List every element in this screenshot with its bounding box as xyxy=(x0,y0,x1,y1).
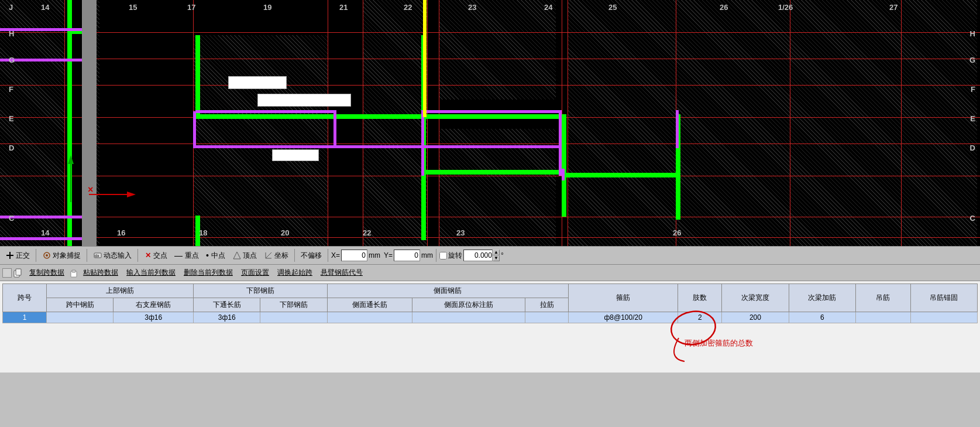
paste-icon xyxy=(69,268,78,278)
x-input[interactable] xyxy=(341,250,367,261)
ortho-label: 正交 xyxy=(16,251,30,261)
rotate-up-btn[interactable]: ▲ xyxy=(493,250,500,255)
axis-bot-22: 22 xyxy=(363,228,371,237)
th-beam-extra: 次梁加筋 xyxy=(789,284,855,312)
cell-side-local[interactable] xyxy=(412,312,525,323)
cell-hanger-anchor[interactable] xyxy=(910,312,977,323)
menu-left-icons xyxy=(2,268,22,278)
menu-icon-copy xyxy=(13,268,22,278)
th-side-local: 侧面原位标注筋 xyxy=(412,298,525,312)
snap-icon xyxy=(42,251,51,260)
y-unit: mm xyxy=(421,251,433,259)
axis-bot-20: 20 xyxy=(281,228,289,237)
cell-tie-bar[interactable] xyxy=(525,312,569,323)
th-span-no: 跨号 xyxy=(3,284,47,312)
menu-rebar[interactable]: 悬臂钢筋代号 xyxy=(317,267,366,279)
data-section: 跨号 上部钢筋 下部钢筋 侧面钢筋 箍筋 肢数 次梁宽度 次梁加筋 吊筋 吊筋锚… xyxy=(0,281,980,373)
menu-swap[interactable]: 调换起始跨 xyxy=(274,267,316,279)
axis-label-e: E xyxy=(9,114,14,123)
axis-label-f: F xyxy=(9,85,13,94)
toolbar: 正交 对象捕捉 dx 动态输入 ✕ 交点 — 重点 • 中点 顶点 xyxy=(0,246,980,265)
cell-beam-width[interactable]: 200 xyxy=(722,312,789,323)
menu-copy[interactable]: 复制跨数据 xyxy=(26,267,68,279)
rotate-down-btn[interactable]: ▼ xyxy=(493,255,500,261)
axis-num-14: 14 xyxy=(41,3,49,12)
cell-legs[interactable]: 2 xyxy=(678,312,722,323)
axis-label-g: G xyxy=(9,56,15,64)
rotate-input-group: ▲ ▼ xyxy=(463,250,500,261)
svg-text:dx: dx xyxy=(95,254,99,258)
sep2 xyxy=(87,249,87,262)
svg-marker-3 xyxy=(68,155,74,164)
svg-marker-1 xyxy=(127,192,136,197)
mid-icon: • xyxy=(206,251,209,260)
y-coord-group: Y= mm xyxy=(384,250,433,261)
x-label: X= xyxy=(331,251,340,259)
axis-num-25: 25 xyxy=(608,3,617,12)
annotation-description: 两侧加密箍筋的总数 xyxy=(685,338,753,349)
cell-side-through[interactable] xyxy=(327,312,412,323)
snap-button[interactable]: 对象捕捉 xyxy=(39,250,84,262)
axis-label-h: H xyxy=(9,29,14,38)
vertex-label: 顶点 xyxy=(243,251,257,261)
dynamic-input-button[interactable]: dx 动态输入 xyxy=(90,250,135,262)
svg-point-7 xyxy=(46,254,48,257)
nooffset-button[interactable]: 不偏移 xyxy=(298,250,325,262)
axis-label-c: C xyxy=(9,214,14,223)
intersect-button[interactable]: ✕ 交点 xyxy=(141,250,170,262)
axis-label-right-e: E xyxy=(970,114,975,123)
rotate-label: 旋转 xyxy=(448,251,462,261)
rotate-spinners: ▲ ▼ xyxy=(493,250,500,261)
y-input[interactable] xyxy=(394,250,420,261)
x-coord-group: X= mm xyxy=(331,250,380,261)
cell-lower-bar[interactable] xyxy=(260,312,327,323)
th-stirrup: 箍筋 xyxy=(568,284,678,312)
data-table-wrapper: 跨号 上部钢筋 下部钢筋 侧面钢筋 箍筋 肢数 次梁宽度 次梁加筋 吊筋 吊筋锚… xyxy=(2,283,978,323)
cell-upper-mid[interactable] xyxy=(46,312,113,323)
red-arrow-right xyxy=(89,190,136,200)
th-side-through: 侧面通长筋 xyxy=(327,298,412,312)
menu-input[interactable]: 输入当前列数据 xyxy=(123,267,179,279)
th-upper-rebar: 上部钢筋 xyxy=(46,284,193,298)
axis-bot-14: 14 xyxy=(41,228,49,237)
dynamic-icon: dx xyxy=(93,251,102,260)
cell-beam-extra[interactable]: 6 xyxy=(789,312,855,323)
rotate-group: 旋转 ▲ ▼ ° xyxy=(439,250,504,261)
cell-lower-through[interactable]: 3ф16 xyxy=(194,312,260,323)
cell-upper-right[interactable]: 3ф16 xyxy=(114,312,194,323)
axis-bot-18: 18 xyxy=(199,228,207,237)
ortho-button[interactable]: 正交 xyxy=(2,250,33,262)
dash-icon: — xyxy=(174,251,183,260)
sep6 xyxy=(436,249,436,262)
red-arrow-up xyxy=(67,155,75,204)
coord-icon xyxy=(264,251,273,260)
menu-delete[interactable]: 删除当前列数据 xyxy=(180,267,236,279)
vertex-button[interactable]: 顶点 xyxy=(229,250,260,262)
axis-label-right-h: H xyxy=(970,29,975,38)
axis-label-right-c: C xyxy=(970,214,975,223)
rotate-input[interactable] xyxy=(463,250,493,261)
th-hanger-anchor: 吊筋锚固 xyxy=(910,284,977,312)
svg-marker-10 xyxy=(233,252,240,259)
axis-num-19: 19 xyxy=(263,3,271,12)
menubar: 复制跨数据 粘贴跨数据 输入当前列数据 删除当前列数据 页面设置 调换起始跨 悬… xyxy=(0,265,980,281)
th-hanger: 吊筋 xyxy=(855,284,910,312)
menu-page[interactable]: 页面设置 xyxy=(238,267,273,279)
midpoint-button[interactable]: • 中点 xyxy=(203,250,228,262)
axis-bot-23: 23 xyxy=(456,228,465,237)
svg-line-11 xyxy=(266,252,271,258)
cell-span-no[interactable]: 1 xyxy=(3,312,47,323)
th-upper-right: 右支座钢筋 xyxy=(114,298,194,312)
keypoint-button[interactable]: — 重点 xyxy=(171,250,202,262)
th-beam-width: 次梁宽度 xyxy=(722,284,789,312)
coord-button[interactable]: 坐标 xyxy=(261,250,291,262)
cell-stirrup[interactable]: ф8@100/20 xyxy=(568,312,678,323)
rotate-checkbox[interactable] xyxy=(439,252,447,259)
menu-paste[interactable]: 粘贴跨数据 xyxy=(80,267,122,279)
cell-hanger[interactable] xyxy=(855,312,910,323)
axis-label-right-f: F xyxy=(971,85,975,94)
th-side-rebar: 侧面钢筋 xyxy=(327,284,568,298)
sep4 xyxy=(294,249,295,262)
axis-label-right-g: G xyxy=(969,56,975,64)
axis-num-24: 24 xyxy=(544,3,552,12)
